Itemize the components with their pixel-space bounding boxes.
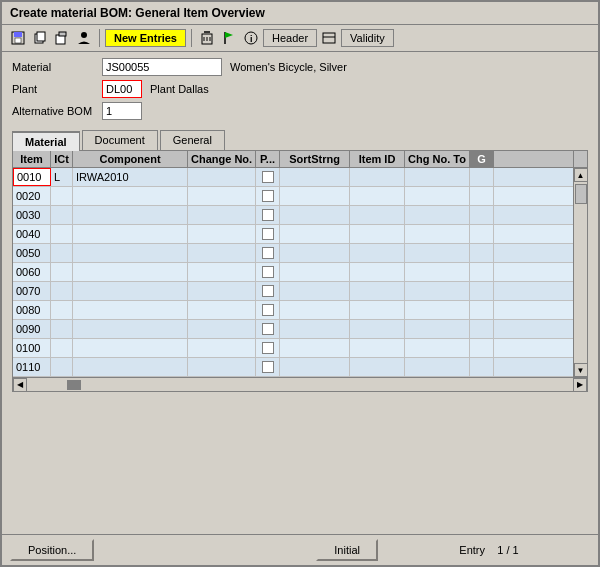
table-row[interactable]: 0030 (13, 206, 573, 225)
delete-icon[interactable] (197, 28, 217, 48)
cell-changeno[interactable] (188, 168, 256, 186)
cell-sortstrng[interactable] (280, 168, 350, 186)
paste-icon[interactable] (52, 28, 72, 48)
cell-g[interactable] (470, 168, 494, 186)
cell-g[interactable] (470, 282, 494, 300)
table-row[interactable]: 0090 (13, 320, 573, 339)
table-row[interactable]: 0010 L IRWA2010 (13, 168, 573, 187)
cell-item[interactable]: 0090 (13, 320, 51, 338)
cell-component[interactable] (73, 263, 188, 281)
checkbox[interactable] (262, 323, 274, 335)
new-entries-button[interactable]: New Entries (105, 29, 186, 47)
cell-sortstrng[interactable] (280, 301, 350, 319)
cell-component[interactable] (73, 358, 188, 376)
cell-item[interactable]: 0030 (13, 206, 51, 224)
cell-ict[interactable] (51, 187, 73, 205)
cell-component[interactable] (73, 339, 188, 357)
tab-document[interactable]: Document (82, 130, 158, 150)
cell-g[interactable] (470, 301, 494, 319)
vertical-scrollbar[interactable]: ▲ ▼ (573, 168, 587, 377)
save-icon[interactable] (8, 28, 28, 48)
position-button[interactable]: Position... (10, 539, 94, 561)
cell-itemid[interactable] (350, 187, 405, 205)
cell-item[interactable]: 0080 (13, 301, 51, 319)
checkbox[interactable] (262, 342, 274, 354)
cell-g[interactable] (470, 358, 494, 376)
table-row[interactable]: 0020 (13, 187, 573, 206)
flag-icon[interactable] (219, 28, 239, 48)
cell-g[interactable] (470, 320, 494, 338)
cell-sortstrng[interactable] (280, 282, 350, 300)
table-row[interactable]: 0070 (13, 282, 573, 301)
checkbox[interactable] (262, 209, 274, 221)
cell-p[interactable] (256, 339, 280, 357)
cell-g[interactable] (470, 244, 494, 262)
cell-p[interactable] (256, 206, 280, 224)
table-row[interactable]: 0060 (13, 263, 573, 282)
cell-sortstrng[interactable] (280, 263, 350, 281)
cell-item[interactable]: 0100 (13, 339, 51, 357)
cell-p[interactable] (256, 168, 280, 186)
tab-general[interactable]: General (160, 130, 225, 150)
table-row[interactable]: 0040 (13, 225, 573, 244)
cell-sortstrng[interactable] (280, 320, 350, 338)
cell-changeno[interactable] (188, 244, 256, 262)
cell-item[interactable]: 0050 (13, 244, 51, 262)
header-button[interactable]: Header (263, 29, 317, 47)
cell-chgto[interactable] (405, 282, 470, 300)
cell-changeno[interactable] (188, 301, 256, 319)
table-row[interactable]: 0050 (13, 244, 573, 263)
cell-g[interactable] (470, 263, 494, 281)
tab-material[interactable]: Material (12, 131, 80, 151)
cell-changeno[interactable] (188, 206, 256, 224)
scroll-thumb[interactable] (575, 184, 587, 204)
cell-g[interactable] (470, 187, 494, 205)
cell-sortstrng[interactable] (280, 225, 350, 243)
cell-item[interactable]: 0070 (13, 282, 51, 300)
cell-itemid[interactable] (350, 339, 405, 357)
cell-chgto[interactable] (405, 320, 470, 338)
cell-itemid[interactable] (350, 301, 405, 319)
cell-p[interactable] (256, 225, 280, 243)
checkbox[interactable] (262, 304, 274, 316)
table-row[interactable]: 0080 (13, 301, 573, 320)
plant-input[interactable] (102, 80, 142, 98)
scroll-h-thumb[interactable] (67, 380, 81, 390)
cell-item[interactable]: 0020 (13, 187, 51, 205)
cell-sortstrng[interactable] (280, 358, 350, 376)
validity-button[interactable]: Validity (341, 29, 394, 47)
cell-chgto[interactable] (405, 358, 470, 376)
cell-g[interactable] (470, 206, 494, 224)
cell-p[interactable] (256, 263, 280, 281)
cell-item[interactable]: 0110 (13, 358, 51, 376)
checkbox[interactable] (262, 171, 274, 183)
checkbox[interactable] (262, 361, 274, 373)
cell-chgto[interactable] (405, 187, 470, 205)
checkbox[interactable] (262, 285, 274, 297)
cell-sortstrng[interactable] (280, 187, 350, 205)
checkbox[interactable] (262, 190, 274, 202)
scroll-up-arrow[interactable]: ▲ (574, 168, 588, 182)
cell-itemid[interactable] (350, 358, 405, 376)
cell-chgto[interactable] (405, 244, 470, 262)
cell-chgto[interactable] (405, 225, 470, 243)
initial-button[interactable]: Initial (316, 539, 378, 561)
cell-item[interactable]: 0010 (13, 168, 51, 186)
person-icon[interactable] (74, 28, 94, 48)
cell-changeno[interactable] (188, 263, 256, 281)
cell-itemid[interactable] (350, 225, 405, 243)
cell-chgto[interactable] (405, 301, 470, 319)
cell-changeno[interactable] (188, 282, 256, 300)
cell-item[interactable]: 0060 (13, 263, 51, 281)
cell-itemid[interactable] (350, 168, 405, 186)
cell-ict[interactable]: L (51, 168, 73, 186)
cell-component[interactable] (73, 244, 188, 262)
cell-changeno[interactable] (188, 358, 256, 376)
cell-ict[interactable] (51, 206, 73, 224)
cell-p[interactable] (256, 187, 280, 205)
cell-ict[interactable] (51, 301, 73, 319)
scroll-right-arrow[interactable]: ▶ (573, 378, 587, 392)
cell-changeno[interactable] (188, 320, 256, 338)
cell-changeno[interactable] (188, 339, 256, 357)
cell-ict[interactable] (51, 339, 73, 357)
